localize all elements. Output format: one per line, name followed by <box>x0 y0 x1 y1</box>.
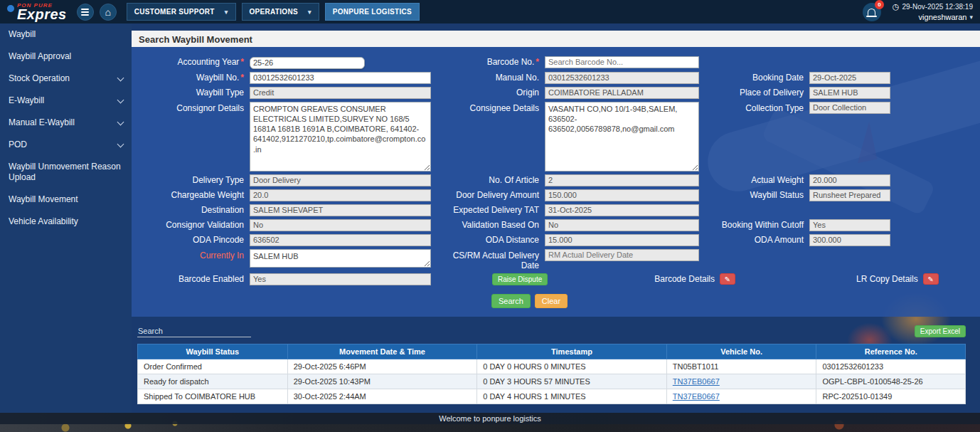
sidebar-item-manual-e-waybill[interactable]: Manual E-Waybill <box>0 112 132 134</box>
oda-distance-input <box>545 234 699 246</box>
table-row: Order Confirmed 29-Oct-2025 6:46PM 0 DAY… <box>138 359 966 374</box>
clear-button[interactable]: Clear <box>535 294 568 308</box>
waybill-status-label: Waybill Status <box>705 190 804 200</box>
sidebar-item-waybill[interactable]: Waybill <box>0 23 132 46</box>
booking-within-cutoff-input <box>809 219 890 231</box>
search-button[interactable]: Search <box>491 294 531 308</box>
vehicle-link[interactable]: TN37EB0667 <box>673 377 720 386</box>
footer-text: Welcome to ponpure logistics <box>0 413 980 424</box>
required-mark: * <box>536 57 539 67</box>
sidebar-item-label: Waybill Movement <box>9 194 78 205</box>
column-header-reference-no: Reference No. <box>816 344 966 359</box>
sidebar-item-waybill-movement[interactable]: Waybill Movement <box>0 189 132 211</box>
sidebar-item-stock-operation[interactable]: Stock Operation <box>0 68 132 90</box>
sidebar-item-label: Vehicle Availability <box>9 216 78 227</box>
cell-reference-no: RPC-202510-01349 <box>816 389 966 404</box>
footer: Welcome to ponpure logistics <box>0 413 980 432</box>
column-header-movement-date-time: Movement Date & Time <box>287 344 477 359</box>
sidebar-item-vehicle-availability[interactable]: Vehicle Availability <box>0 211 132 233</box>
currently-in-textarea[interactable]: SALEM HUB <box>250 249 431 268</box>
pencil-icon: ✎ <box>725 275 730 283</box>
bell-icon <box>868 9 875 16</box>
oda-amount-input <box>809 234 890 246</box>
cell-waybill-status: Shipped To COIMBATORE HUB <box>138 389 288 404</box>
sidebar-item-label: Manual E-Waybill <box>9 117 75 128</box>
lr-copy-details-label: LR Copy Details <box>856 274 918 284</box>
main-content: Search Waybill Movement Accounting Year*… <box>132 23 980 413</box>
consignor-details-textarea[interactable]: CROMPTON GREAVES CONSUMER ELECTRICALS LI… <box>250 102 431 172</box>
sidebar-item-label: Stock Operation <box>9 73 70 84</box>
manual-no-label: Manual No. <box>437 73 539 83</box>
waybill-no-label: Waybill No.* <box>137 73 244 83</box>
waybill-no-input[interactable] <box>250 72 431 84</box>
accounting-year-label: Accounting Year* <box>137 57 244 67</box>
results-section: Export Excel Waybill Status Movement Dat… <box>132 325 980 404</box>
cell-waybill-status: Order Confirmed <box>138 359 288 374</box>
accounting-year-input[interactable] <box>250 57 365 69</box>
column-header-waybill-status: Waybill Status <box>138 344 288 359</box>
cell-timestamp: 0 DAY 0 HOURS 0 MINUTES <box>477 359 667 374</box>
caret-down-icon: ▾ <box>308 9 311 16</box>
column-header-timestamp: Timestamp <box>477 344 667 359</box>
notification-button[interactable]: 0 <box>863 3 881 21</box>
nav-operations[interactable]: OPERATIONS ▾ <box>242 3 319 21</box>
actual-weight-input <box>809 174 890 186</box>
cell-waybill-status: Ready for dispatch <box>138 374 288 389</box>
sidebar-item-pod[interactable]: POD <box>0 134 132 156</box>
waybill-type-input <box>250 87 431 99</box>
oda-distance-label: ODA Distance <box>437 235 539 245</box>
sidebar-item-waybill-approval[interactable]: Waybill Approval <box>0 46 132 68</box>
consignee-details-label: Consignee Details <box>437 102 539 113</box>
sidebar-item-e-waybill[interactable]: E-Waybill <box>0 90 132 112</box>
sidebar-item-waybill-unmovement-reason-upload[interactable]: Waybill Unmovement Reason Upload <box>0 156 132 189</box>
raise-dispute-button[interactable]: Raise Dispute <box>492 273 548 285</box>
delivery-type-input <box>250 174 431 186</box>
home-button[interactable]: ⌂ <box>100 4 117 21</box>
navbar-right: 0 ◷ 29-Nov-2025 12:38:19 vigneshwaran ▾ <box>863 2 973 21</box>
logo-main-text: Expres <box>17 7 67 21</box>
destination-input <box>250 204 431 216</box>
lr-copy-details-edit-button[interactable]: ✎ <box>923 273 939 285</box>
nav-ponpure-logistics[interactable]: PONPURE LOGISTICS <box>325 3 420 21</box>
cell-vehicle-no: TN05BT1011 <box>666 359 816 374</box>
cell-vehicle-no: TN37EB0667 <box>666 374 816 389</box>
consignor-validation-label: Consignor Validation <box>137 220 244 230</box>
notification-badge: 0 <box>875 0 884 9</box>
collection-type-label: Collection Type <box>705 102 804 113</box>
waybill-search-form: Accounting Year* Barcode No.* Waybill No… <box>132 47 980 317</box>
validation-based-on-label: Validation Based On <box>437 220 539 230</box>
booking-within-cutoff-label: Booking Within Cutoff <box>705 220 804 230</box>
vehicle-link[interactable]: TN37EB0667 <box>673 392 720 401</box>
sidebar-item-label: Waybill Approval <box>9 51 71 62</box>
origin-input <box>545 87 699 99</box>
nav-customer-support[interactable]: CUSTOMER SUPPORT ▾ <box>127 3 236 21</box>
barcode-no-input[interactable] <box>545 56 699 68</box>
caret-down-icon: ▾ <box>225 9 228 16</box>
datetime-display: ◷ 29-Nov-2025 12:38:19 <box>893 2 973 11</box>
manual-no-input <box>545 72 699 84</box>
table-search-input[interactable] <box>137 325 251 337</box>
home-icon: ⌂ <box>105 7 110 17</box>
pencil-icon: ✎ <box>927 275 933 283</box>
oda-amount-label: ODA Amount <box>705 235 804 245</box>
currently-in-label: Currently In <box>137 249 244 260</box>
origin-label: Origin <box>437 88 539 98</box>
chargeable-weight-input <box>250 189 431 201</box>
barcode-enabled-label: Barcode Enabled <box>137 274 244 284</box>
place-of-delivery-input <box>809 87 890 99</box>
nav-customer-support-label: CUSTOMER SUPPORT <box>134 8 215 16</box>
actual-weight-label: Actual Weight <box>705 175 804 185</box>
brand-logo[interactable]: PON PURE Expres <box>7 3 67 21</box>
booking-date-input <box>809 72 890 84</box>
user-menu[interactable]: vigneshwaran ▾ <box>919 13 973 21</box>
column-header-vehicle-no: Vehicle No. <box>666 344 816 359</box>
navbar-meta: ◷ 29-Nov-2025 12:38:19 vigneshwaran ▾ <box>893 2 973 21</box>
export-excel-button[interactable]: Export Excel <box>915 325 966 337</box>
barcode-details-edit-button[interactable]: ✎ <box>720 273 735 285</box>
oda-pincode-input <box>250 234 431 246</box>
consignee-details-textarea[interactable]: VASANTH CO,NO 10/1-94B,SALEM, 636502-636… <box>545 102 699 172</box>
consignor-validation-input <box>250 219 431 231</box>
menu-toggle-button[interactable] <box>77 4 94 21</box>
door-delivery-amount-label: Door Delivery Amount <box>437 190 539 200</box>
delivery-type-label: Delivery Type <box>137 175 244 185</box>
